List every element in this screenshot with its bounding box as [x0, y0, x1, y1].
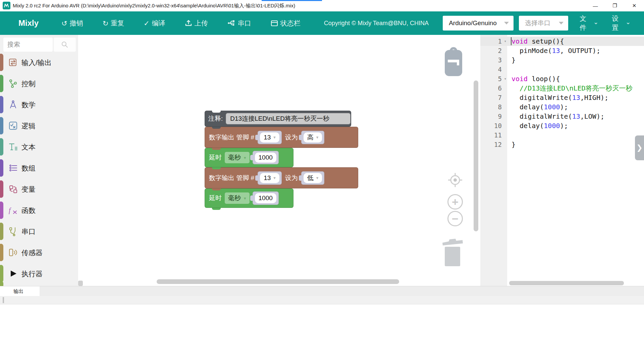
pin-value-block[interactable]: 13 ▾: [258, 171, 282, 185]
code-line[interactable]: //D13连接LED\nLED将亮一秒灭一秒: [512, 83, 633, 93]
level-value-block[interactable]: 低 ▾: [301, 171, 325, 185]
line-number: 4: [480, 65, 507, 74]
line-number: 12: [480, 140, 507, 149]
sidebar-item-label: 文本: [21, 136, 36, 158]
block-comment[interactable]: 注释: D13连接LED\nLED将亮一秒灭一秒: [205, 111, 351, 127]
flyout-scrollbar-stub: [78, 281, 83, 286]
trash-icon[interactable]: [441, 237, 464, 268]
mixly-logo-icon: [3, 2, 10, 9]
logic-icon: [8, 121, 18, 131]
serial-button[interactable]: 串口: [227, 19, 251, 28]
block-stack: 注释: D13连接LED\nLED将亮一秒灭一秒 数字输出 管脚 # 13 ▾ …: [205, 111, 358, 208]
upload-icon: [185, 19, 192, 27]
compile-button[interactable]: ✓ 编译: [144, 19, 165, 28]
board-select[interactable]: Arduino/Genuino: [443, 16, 514, 31]
delay-unit: 毫秒: [228, 153, 241, 162]
code-line[interactable]: digitalWrite(13,HIGH);: [512, 93, 608, 102]
code-line[interactable]: }: [512, 140, 516, 149]
canvas-horizontal-scrollbar[interactable]: [157, 279, 399, 284]
panel-collapse-button[interactable]: ❯: [635, 135, 644, 160]
sidebar-item-math[interactable]: 数学: [0, 94, 78, 115]
delay-unit-dropdown[interactable]: 毫秒 ▾: [225, 192, 250, 204]
minimize-button[interactable]: —: [586, 0, 605, 11]
code-horizontal-scrollbar[interactable]: [509, 281, 624, 285]
fold-icon[interactable]: ▾: [504, 37, 506, 46]
maximize-button[interactable]: ❐: [605, 0, 625, 11]
code-line[interactable]: delay(1000);: [512, 121, 568, 130]
sidebar-item-actuator[interactable]: 执行器: [0, 263, 78, 284]
code-line[interactable]: delay(1000);: [512, 102, 568, 112]
sidebar-item-sensor[interactable]: 传感器: [0, 242, 78, 263]
dropdown-arrow-icon: ▾: [316, 135, 319, 140]
output-scroll-strip: [0, 296, 644, 304]
block-delay-1[interactable]: 延时 毫秒 ▾ 1000: [205, 148, 293, 167]
line-number: 1▾: [480, 37, 507, 46]
zoom-reset-button[interactable]: [447, 172, 463, 188]
block-digital-write-low[interactable]: 数字输出 管脚 # 13 ▾ 设为 低 ▾: [205, 167, 358, 188]
delay-value-block[interactable]: 1000: [253, 191, 279, 205]
statusbar-button[interactable]: 状态栏: [271, 19, 301, 28]
set-label: 设为: [285, 133, 298, 142]
pin-value-block[interactable]: 13 ▾: [258, 131, 282, 144]
menu-settings[interactable]: 设置 ⌄: [612, 14, 631, 32]
sidebar-item-variable[interactable]: 变量: [0, 179, 78, 200]
undo-button[interactable]: ↺ 撤销: [61, 19, 83, 28]
sidebar-item-label: 传感器: [21, 242, 43, 263]
fold-icon[interactable]: ▾: [504, 74, 506, 83]
svg-text:f: f: [9, 207, 11, 214]
sidebar-item-label: 数组: [21, 158, 36, 179]
pin-value: 13: [264, 134, 271, 141]
delay-unit-dropdown[interactable]: 毫秒 ▾: [225, 152, 250, 163]
chevron-down-icon: ⌄: [626, 18, 631, 26]
line-number: 3: [480, 55, 507, 65]
category-accent: [0, 223, 3, 240]
copyright-text: Copyright © Mixly Team@BNU, CHINA: [324, 20, 429, 27]
port-select[interactable]: 选择串口: [519, 16, 568, 31]
plus-icon: +: [447, 194, 463, 210]
dropdown-arrow-icon: ▾: [244, 196, 246, 201]
comment-text-field[interactable]: D13连接LED\nLED将亮一秒灭一秒: [226, 113, 351, 124]
check-icon: ✓: [144, 20, 150, 27]
search-button[interactable]: [54, 38, 76, 52]
block-delay-2[interactable]: 延时 毫秒 ▾ 1000: [205, 188, 293, 208]
sidebar-item-serial[interactable]: 串口: [0, 221, 78, 242]
zoom-in-button[interactable]: +: [447, 194, 463, 210]
blockly-workspace[interactable]: 注释: D13连接LED\nLED将亮一秒灭一秒 数字输出 管脚 # 13 ▾ …: [78, 35, 480, 286]
canvas-vertical-scrollbar[interactable]: [474, 80, 478, 231]
category-accent: [0, 96, 3, 113]
sidebar-item-array[interactable]: 数组: [0, 158, 78, 179]
search-input[interactable]: [3, 38, 53, 52]
code-line[interactable]: digitalWrite(13,LOW);: [512, 112, 604, 121]
sidebar-item-label: 串口: [21, 221, 36, 242]
code-line[interactable]: }: [512, 55, 516, 65]
backpack-icon[interactable]: [443, 44, 464, 79]
category-accent: [0, 54, 3, 71]
sidebar-item-io[interactable]: 输入/输出: [0, 52, 78, 73]
code-line[interactable]: void loop(){: [512, 74, 560, 83]
text-icon: [8, 142, 18, 152]
code-panel: 1▾ 2 3 4 5▾ 6 7 8 9 10 11 12 void setup(…: [480, 35, 644, 286]
sidebar-item-function[interactable]: f 函数: [0, 200, 78, 221]
sidebar-item-logic[interactable]: 逻辑: [0, 115, 78, 136]
tab-output[interactable]: 输出: [0, 286, 40, 296]
menu-file[interactable]: 文件 ⌄: [580, 14, 598, 32]
zoom-out-button[interactable]: −: [447, 211, 463, 226]
block-digital-write-high[interactable]: 数字输出 管脚 # 13 ▾ 设为 高 ▾: [205, 127, 358, 148]
category-accent: [0, 75, 3, 92]
redo-button[interactable]: ↻ 重复: [103, 19, 124, 28]
level-value-block[interactable]: 高 ▾: [301, 131, 325, 144]
output-mini-scrollbar[interactable]: [3, 297, 4, 303]
sidebar-item-control[interactable]: 控制: [0, 73, 78, 94]
code-line[interactable]: void setup(){: [512, 37, 564, 46]
code-line[interactable]: pinMode(13, OUTPUT);: [512, 46, 600, 55]
category-accent: [0, 117, 3, 134]
dropdown-arrow-icon: [559, 22, 564, 24]
delay-value-block[interactable]: 1000: [253, 151, 279, 164]
io-icon: [8, 57, 18, 67]
sidebar-item-label: 变量: [21, 179, 36, 200]
sidebar-item-text[interactable]: 文本: [0, 136, 78, 158]
upload-button[interactable]: 上传: [185, 19, 208, 28]
port-select-value: 选择串口: [525, 19, 550, 27]
close-button[interactable]: ✕: [625, 0, 644, 11]
chevron-down-icon: ⌄: [593, 18, 598, 26]
